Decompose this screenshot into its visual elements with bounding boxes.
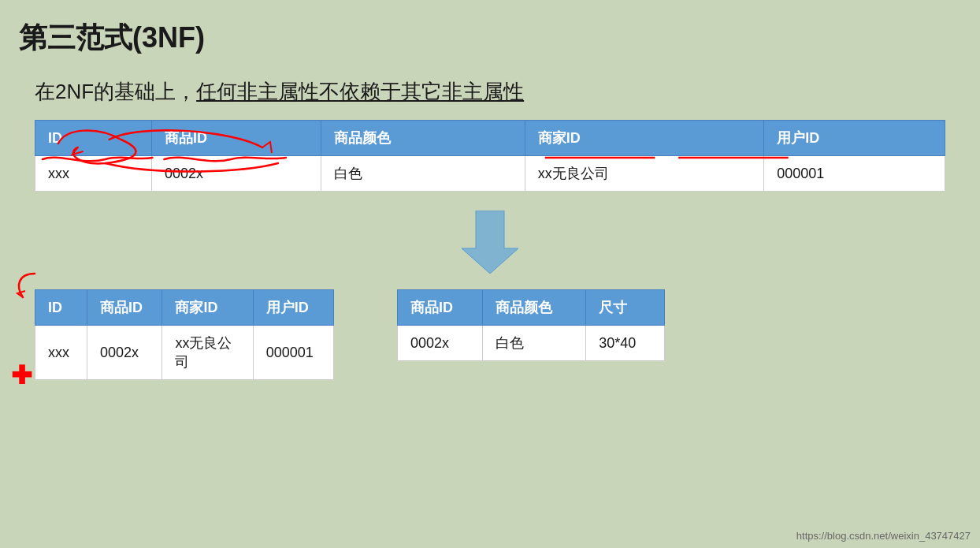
top-table: ID 商品ID 商品颜色 商家ID 用户ID xxx 0002x 白色 xx无良…	[35, 120, 945, 192]
down-arrow-icon	[462, 211, 518, 274]
bl-header-product-id: 商品ID	[87, 290, 162, 326]
top-table-wrapper: ID 商品ID 商品颜色 商家ID 用户ID xxx 0002x 白色 xx无良…	[35, 120, 945, 192]
cell-product-color: 白色	[321, 156, 525, 192]
page-title: 第三范式(3NF)	[0, 0, 980, 70]
bottom-left-table: ID 商品ID 商家ID 用户ID xxx 0002x xx无良公司 00000…	[35, 289, 334, 380]
bl-cell-id: xxx	[35, 326, 87, 380]
br-cell-product-id: 0002x	[398, 326, 483, 361]
red-plus-icon: ✚	[11, 363, 32, 388]
watermark: https://blog.csdn.net/weixin_43747427	[796, 530, 971, 542]
cell-id: xxx	[35, 156, 152, 192]
cell-product-id: 0002x	[152, 156, 321, 192]
svg-marker-2	[462, 211, 518, 274]
table-row: xxx 0002x xx无良公司 000001	[35, 326, 334, 380]
top-table-header-merchant-id: 商家ID	[525, 121, 764, 156]
table-row: xxx 0002x 白色 xx无良公司 000001	[35, 156, 945, 192]
subtitle: 在2NF的基础上，任何非主属性不依赖于其它非主属性	[0, 70, 980, 114]
cell-merchant-id: xx无良公司	[525, 156, 764, 192]
br-header-product-id: 商品ID	[398, 290, 483, 326]
bottom-tables-row: ID 商品ID 商家ID 用户ID xxx 0002x xx无良公司 00000…	[0, 289, 980, 380]
bottom-right-table-wrapper: 商品ID 商品颜色 尺寸 0002x 白色 30*40	[397, 289, 665, 361]
top-table-header-product-id: 商品ID	[152, 121, 321, 156]
bl-cell-user-id: 000001	[253, 326, 333, 380]
bl-header-id: ID	[35, 290, 87, 326]
br-header-product-color: 商品颜色	[483, 290, 586, 326]
top-table-header-id: ID	[35, 121, 152, 156]
cell-user-id: 000001	[764, 156, 945, 192]
bl-cell-product-id: 0002x	[87, 326, 162, 380]
bottom-left-table-wrapper: ID 商品ID 商家ID 用户ID xxx 0002x xx无良公司 00000…	[35, 289, 334, 380]
br-header-size: 尺寸	[586, 290, 665, 326]
bl-header-merchant-id: 商家ID	[162, 290, 253, 326]
bottom-right-table: 商品ID 商品颜色 尺寸 0002x 白色 30*40	[397, 289, 665, 361]
bl-cell-merchant-id: xx无良公司	[162, 326, 253, 380]
arrow-wrapper	[0, 211, 980, 274]
top-table-header-user-id: 用户ID	[764, 121, 945, 156]
br-cell-product-color: 白色	[483, 326, 586, 361]
br-cell-size: 30*40	[586, 326, 665, 361]
table-row: 0002x 白色 30*40	[398, 326, 665, 361]
bl-header-user-id: 用户ID	[253, 290, 333, 326]
top-table-header-product-color: 商品颜色	[321, 121, 525, 156]
